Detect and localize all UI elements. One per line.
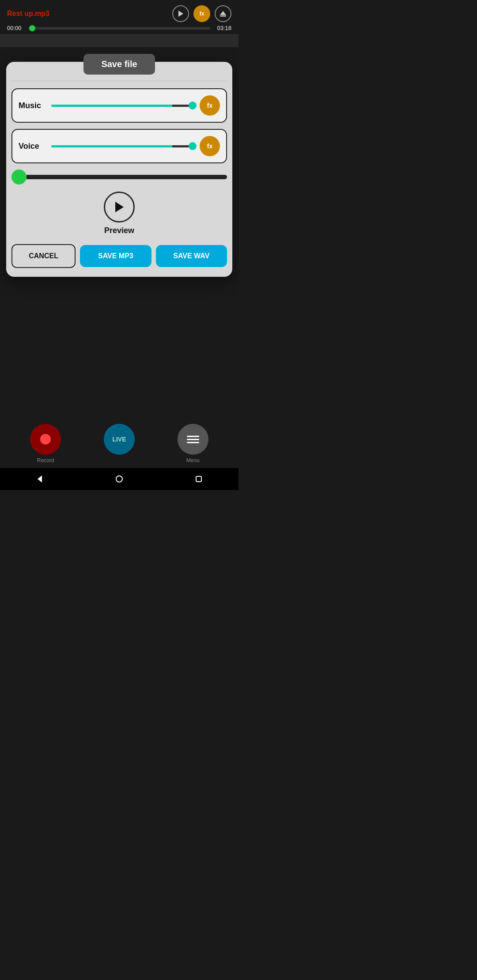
music-fx-button[interactable]: fx	[200, 95, 220, 116]
music-slider[interactable]	[51, 105, 193, 107]
top-eject-button[interactable]	[215, 5, 231, 22]
record-item: Record	[30, 424, 61, 464]
voice-slider-row: Voice fx	[11, 129, 227, 163]
music-slider-thumb	[189, 102, 197, 109]
save-file-dialog: Save file Music fx Voice fx Preview	[6, 62, 232, 277]
menu-line-3	[187, 442, 199, 443]
svg-marker-1	[220, 11, 226, 15]
top-play-button[interactable]	[172, 5, 189, 22]
menu-label: Menu	[186, 457, 200, 464]
time-elapsed: 00:00	[7, 25, 24, 31]
bottom-bar: Record LIVE Menu	[0, 424, 238, 468]
record-button[interactable]	[30, 424, 61, 455]
menu-line-1	[187, 436, 199, 437]
dialog-title: Save file	[83, 54, 155, 75]
svg-marker-4	[38, 475, 42, 482]
save-mp3-button[interactable]: SAVE MP3	[80, 245, 151, 267]
preview-label: Preview	[104, 226, 134, 235]
music-label: Music	[19, 101, 45, 110]
record-dot-icon	[40, 434, 51, 445]
dialog-title-wrap: Save file	[6, 54, 232, 75]
record-label: Record	[37, 457, 54, 464]
preview-play-button[interactable]	[104, 192, 135, 222]
preview-section: Preview	[6, 192, 232, 235]
progress-thumb	[11, 170, 26, 185]
playback-progress	[11, 170, 227, 185]
recents-button[interactable]	[192, 472, 205, 486]
menu-button[interactable]	[178, 424, 208, 455]
bg-separator	[0, 34, 238, 47]
system-nav	[0, 468, 238, 490]
svg-marker-0	[178, 11, 183, 17]
live-label	[118, 457, 120, 464]
menu-item: Menu	[178, 424, 208, 464]
top-controls: fx	[172, 5, 231, 22]
cancel-button[interactable]: CANCEL	[11, 244, 76, 268]
seek-thumb	[29, 25, 35, 31]
time-total: 03:18	[215, 25, 231, 31]
top-bar: Rest up.mp3 fx	[0, 0, 238, 22]
voice-slider-thumb	[189, 142, 197, 150]
live-item: LIVE	[104, 424, 135, 464]
menu-line-2	[187, 439, 199, 440]
voice-label: Voice	[19, 142, 45, 151]
top-fx-button[interactable]: fx	[193, 5, 210, 22]
voice-slider[interactable]	[51, 145, 193, 147]
seek-track[interactable]	[28, 27, 210, 30]
save-wav-button[interactable]: SAVE WAV	[156, 245, 227, 267]
track-title: Rest up.mp3	[7, 10, 49, 18]
dialog-divider	[11, 81, 228, 81]
back-button[interactable]	[33, 472, 46, 486]
progress-track	[26, 175, 227, 179]
music-slider-row: Music fx	[11, 88, 227, 123]
seek-bar: 00:00 03:18	[0, 22, 238, 34]
svg-point-5	[116, 476, 122, 482]
voice-fx-button[interactable]: fx	[200, 136, 220, 156]
home-button[interactable]	[113, 472, 126, 486]
svg-rect-6	[196, 476, 201, 482]
svg-rect-2	[220, 15, 226, 17]
action-buttons: CANCEL SAVE MP3 SAVE WAV	[11, 244, 227, 268]
live-button[interactable]: LIVE	[104, 424, 135, 455]
svg-marker-3	[115, 202, 124, 212]
